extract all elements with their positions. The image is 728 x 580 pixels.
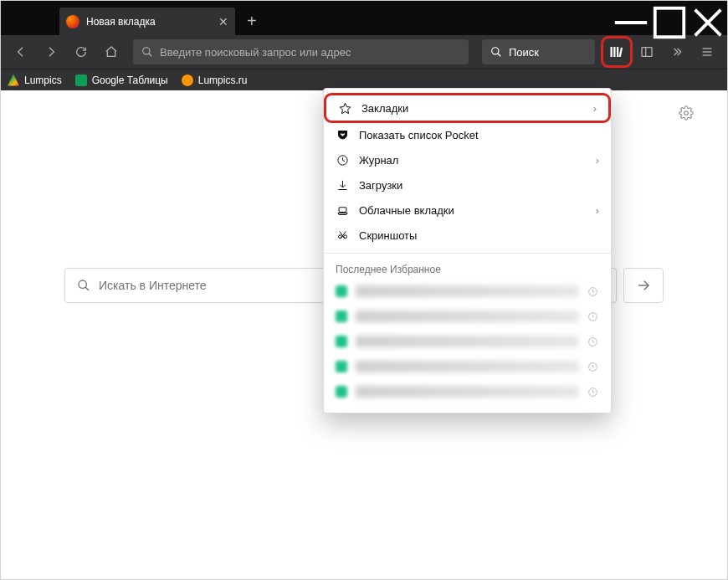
svg-point-4 — [143, 48, 150, 54]
pocket-icon — [336, 129, 349, 141]
recent-highlights-title: Последнее Избранное — [324, 259, 611, 279]
overflow-button[interactable] — [664, 38, 690, 65]
menu-pocket[interactable]: Показать список Pocket — [324, 122, 611, 147]
site-icon — [336, 285, 347, 297]
svg-rect-25 — [339, 207, 346, 212]
site-icon — [336, 386, 347, 398]
history-icon — [587, 336, 599, 347]
menu-bookmarks[interactable]: Закладки › — [326, 95, 608, 121]
navbar: Введите поисковый запрос или адрес Поиск — [1, 35, 727, 69]
menu-history[interactable]: Журнал › — [324, 147, 611, 172]
menu-label: Загрузки — [359, 179, 402, 192]
recent-item[interactable] — [324, 354, 611, 379]
history-icon — [587, 311, 599, 322]
search-icon — [490, 46, 502, 58]
menu-label: Облачные вкладки — [359, 204, 454, 217]
tabstrip: Новая вкладка ✕ + — [1, 8, 612, 35]
search-bar[interactable]: Поиск — [482, 39, 595, 64]
search-icon — [77, 279, 90, 292]
svg-line-5 — [149, 54, 152, 57]
arrow-right-icon — [636, 278, 651, 293]
bookmark-label: Lumpics.ru — [198, 74, 248, 86]
svg-rect-9 — [613, 47, 615, 57]
close-window-button[interactable] — [689, 10, 727, 35]
recent-item-label — [356, 336, 579, 347]
firefox-icon — [66, 15, 79, 28]
library-icon — [609, 44, 624, 59]
svg-point-17 — [684, 111, 689, 115]
menu-label: Журнал — [359, 154, 398, 167]
recent-item[interactable] — [324, 379, 611, 404]
recent-item-label — [356, 386, 579, 398]
tab-title: Новая вкладка — [86, 16, 218, 28]
sidebar-button[interactable] — [633, 38, 660, 65]
menu-label: Закладки — [361, 102, 408, 115]
history-icon — [336, 154, 349, 167]
window-controls — [612, 10, 727, 35]
menu-label: Скриншоты — [359, 229, 417, 242]
recent-item[interactable] — [324, 304, 611, 329]
drive-icon — [8, 74, 19, 86]
titlebar: Новая вкладка ✕ + — [1, 1, 727, 35]
synced-tabs-icon — [336, 204, 349, 217]
search-bar-placeholder: Поиск — [509, 46, 539, 59]
recent-item-label — [356, 311, 579, 322]
library-button[interactable] — [603, 38, 630, 65]
minimize-button[interactable] — [612, 10, 650, 35]
history-icon — [587, 386, 599, 398]
customize-button[interactable] — [679, 105, 694, 124]
site-icon — [182, 74, 193, 86]
recent-item-label — [356, 361, 579, 372]
content-area: Искать в Интернете Закладки › Показать с… — [1, 90, 727, 579]
address-bar-placeholder: Введите поисковый запрос или адрес — [160, 46, 351, 59]
svg-rect-11 — [619, 48, 623, 57]
chevron-right-icon: › — [593, 102, 597, 115]
site-icon — [336, 311, 347, 322]
address-bar[interactable]: Введите поисковый запрос или адрес — [133, 39, 469, 64]
new-tab-button[interactable]: + — [235, 8, 269, 35]
bookmark-label: Google Таблицы — [92, 74, 168, 86]
bookmark-item[interactable]: Google Таблицы — [75, 74, 168, 86]
history-icon — [587, 285, 599, 297]
recent-item[interactable] — [324, 329, 611, 354]
menu-downloads[interactable]: Загрузки — [324, 172, 611, 198]
newtab-search-go-button[interactable] — [623, 268, 664, 303]
svg-rect-12 — [642, 48, 652, 57]
chevron-right-icon: › — [596, 154, 599, 167]
svg-line-7 — [498, 54, 501, 57]
svg-line-19 — [85, 287, 89, 290]
library-panel: Закладки › Показать список Pocket Журнал… — [323, 88, 612, 413]
bookmark-item[interactable]: Lumpics.ru — [182, 74, 248, 86]
bookmark-label: Lumpics — [24, 74, 62, 86]
site-icon — [336, 336, 347, 347]
svg-rect-1 — [655, 8, 684, 38]
recent-item-label — [356, 285, 579, 297]
svg-point-18 — [79, 280, 86, 288]
reload-button[interactable] — [68, 38, 95, 65]
history-icon — [587, 361, 599, 372]
site-icon — [336, 361, 347, 372]
svg-point-6 — [492, 48, 499, 54]
screenshots-icon — [336, 229, 349, 242]
tab-active[interactable]: Новая вкладка ✕ — [59, 8, 235, 35]
svg-rect-10 — [617, 47, 618, 57]
maximize-button[interactable] — [650, 10, 689, 35]
menu-screenshots[interactable]: Скриншоты — [324, 223, 611, 248]
back-button[interactable] — [8, 38, 34, 65]
bookmark-item[interactable]: Lumpics — [8, 74, 62, 86]
newtab-search-placeholder: Искать в Интернете — [99, 279, 207, 292]
forward-button[interactable] — [38, 38, 64, 65]
search-icon — [141, 46, 153, 58]
svg-marker-21 — [340, 103, 351, 114]
menu-label: Показать список Pocket — [359, 129, 479, 141]
sheets-icon — [75, 74, 87, 86]
separator — [324, 253, 611, 254]
menu-button[interactable] — [694, 38, 720, 65]
home-button[interactable] — [98, 38, 125, 65]
svg-rect-8 — [611, 47, 613, 57]
recent-item[interactable] — [324, 279, 611, 304]
close-icon[interactable]: ✕ — [218, 15, 228, 28]
downloads-icon — [336, 179, 349, 192]
star-icon — [338, 102, 351, 115]
menu-synced-tabs[interactable]: Облачные вкладки › — [324, 198, 611, 223]
